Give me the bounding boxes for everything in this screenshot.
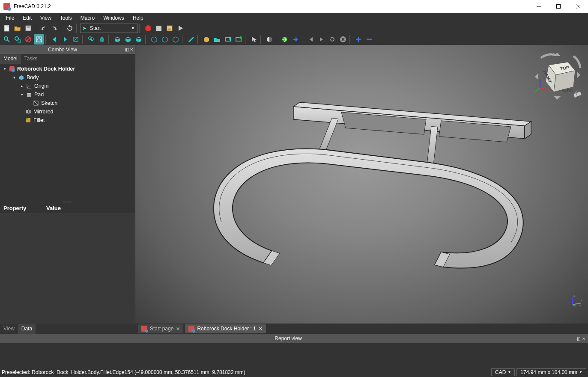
navcube-rotate-cw[interactable] — [573, 56, 580, 68]
close-panel-icon[interactable]: ✕ — [582, 336, 585, 341]
tab-view[interactable]: View — [0, 324, 18, 334]
view-left-icon[interactable] — [170, 34, 181, 45]
link-icon[interactable] — [71, 34, 81, 45]
nav-prev-icon[interactable] — [306, 34, 316, 45]
refresh-icon[interactable] — [65, 23, 75, 33]
tree-item-mirrored[interactable]: Mirrored — [0, 107, 135, 116]
tab-model[interactable]: Model — [0, 54, 21, 64]
navcube-arrow-right[interactable] — [577, 71, 580, 78]
menu-macro[interactable]: Macro — [76, 14, 99, 22]
view-rear-icon[interactable] — [149, 34, 159, 45]
menu-edit[interactable]: Edit — [18, 14, 36, 22]
report-view-body[interactable] — [0, 343, 588, 367]
svg-point-7 — [145, 25, 151, 31]
doctab-document[interactable]: Roborock Dock Holder : 1✕ — [185, 324, 266, 333]
measure-icon[interactable] — [186, 34, 196, 45]
macro-record-icon[interactable] — [143, 23, 153, 33]
separator — [61, 24, 63, 33]
cursor-icon[interactable] — [249, 34, 259, 45]
menubar: File Edit View Tools Macro Windows Help — [0, 13, 588, 23]
combo-view-tabs: Model Tasks — [0, 54, 135, 64]
doctab-start[interactable]: Start page✕ — [138, 324, 183, 333]
tree-item-document[interactable]: ▾Roborock Dock Holder — [0, 65, 135, 73]
nav-next-icon[interactable] — [316, 34, 327, 45]
save-file-icon[interactable] — [23, 23, 33, 33]
tree-item-fillet[interactable]: Fillet — [0, 116, 135, 125]
view-right-icon[interactable] — [134, 34, 144, 45]
tab-data[interactable]: Data — [18, 324, 36, 334]
svg-line-18 — [27, 38, 30, 41]
navcube-home[interactable] — [573, 90, 582, 98]
3d-view[interactable]: TOP FRONT RIGHT — [135, 45, 588, 324]
close-panel-icon[interactable]: ✕ — [130, 47, 133, 52]
axes-indicator: Z Y X — [569, 294, 582, 306]
new-file-icon[interactable] — [2, 23, 12, 33]
close-button[interactable] — [568, 0, 588, 13]
tree-item-origin[interactable]: ▸Origin — [0, 82, 135, 90]
menu-windows[interactable]: Windows — [99, 14, 128, 22]
close-tab-icon[interactable]: ✕ — [259, 326, 263, 332]
open-file-icon[interactable] — [12, 23, 23, 33]
go-icon[interactable] — [290, 34, 301, 45]
dock-icon[interactable]: ◧ — [125, 47, 129, 52]
zoom-out-icon[interactable] — [364, 34, 374, 45]
group-icon[interactable] — [212, 34, 222, 45]
web-icon[interactable] — [280, 34, 290, 45]
link-actions-icon[interactable] — [233, 34, 244, 45]
titlebar: FreeCAD 0.21.2 — [0, 0, 588, 13]
appearance-icon[interactable] — [264, 34, 275, 45]
svg-text:RIGHT: RIGHT — [562, 89, 574, 93]
cube-front-icon[interactable] — [97, 34, 107, 45]
maximize-button[interactable] — [549, 0, 568, 13]
workbench-selector[interactable]: ➤ Start ▼ — [80, 24, 138, 33]
navcube-arrow-left[interactable] — [535, 73, 538, 80]
dock-icon[interactable]: ◧ — [576, 336, 580, 341]
fit-all-icon[interactable] — [2, 34, 12, 45]
tree-item-body[interactable]: ▾Body — [0, 73, 135, 82]
property-table-body[interactable] — [0, 213, 135, 324]
fit-selection-icon[interactable] — [12, 34, 23, 45]
3d-model[interactable] — [186, 66, 537, 280]
svg-rect-4 — [4, 25, 9, 31]
expand-icon[interactable]: ▸ — [20, 84, 24, 88]
separator — [45, 35, 48, 44]
part-icon[interactable] — [201, 34, 212, 45]
nav-back-icon[interactable] — [49, 34, 60, 45]
tree-item-pad[interactable]: ▾Pad — [0, 90, 135, 99]
view-bottom-icon[interactable] — [160, 34, 170, 45]
menu-tools[interactable]: Tools — [56, 14, 76, 22]
iso-view-icon[interactable] — [86, 34, 96, 45]
view-top-icon[interactable] — [123, 34, 133, 45]
dimensions-display[interactable]: 174.94 mm x 104.00 mm▼ — [516, 368, 586, 376]
toolbar-row-1: ➤ Start ▼ — [0, 23, 588, 34]
model-tree[interactable]: ▾Roborock Dock Holder ▾Body ▸Origin ▾Pad… — [0, 64, 135, 200]
no-icon[interactable] — [23, 34, 33, 45]
close-tab-icon[interactable]: ✕ — [176, 326, 180, 332]
macro-play-icon[interactable] — [175, 23, 185, 33]
stop-load-icon[interactable] — [338, 34, 348, 45]
tab-tasks[interactable]: Tasks — [21, 54, 41, 64]
menu-view[interactable]: View — [36, 14, 56, 22]
navcube-arrow-down[interactable] — [554, 96, 561, 100]
reload-icon[interactable] — [327, 34, 337, 45]
macro-stop-icon[interactable] — [154, 23, 164, 33]
minimize-button[interactable] — [529, 0, 549, 13]
navigation-cube[interactable]: TOP FRONT RIGHT — [531, 50, 583, 101]
undo-icon[interactable] — [39, 23, 49, 33]
svg-point-31 — [12, 68, 15, 72]
menu-help[interactable]: Help — [128, 14, 148, 22]
zoom-in-icon[interactable] — [353, 34, 364, 45]
redo-icon[interactable] — [49, 23, 60, 33]
nav-mode-selector[interactable]: CAD▼ — [491, 368, 515, 376]
menu-file[interactable]: File — [2, 14, 18, 22]
expand-icon[interactable]: ▾ — [12, 75, 16, 80]
link-make-icon[interactable] — [223, 34, 233, 45]
expand-icon[interactable]: ▾ — [20, 92, 24, 97]
nav-forward-icon[interactable] — [60, 34, 70, 45]
separator — [82, 35, 85, 44]
macro-list-icon[interactable] — [164, 23, 175, 33]
view-front-icon[interactable] — [112, 34, 122, 45]
expand-icon[interactable]: ▾ — [3, 67, 7, 71]
drawstyle-icon[interactable] — [34, 34, 44, 45]
tree-item-sketch[interactable]: Sketch — [0, 99, 135, 107]
